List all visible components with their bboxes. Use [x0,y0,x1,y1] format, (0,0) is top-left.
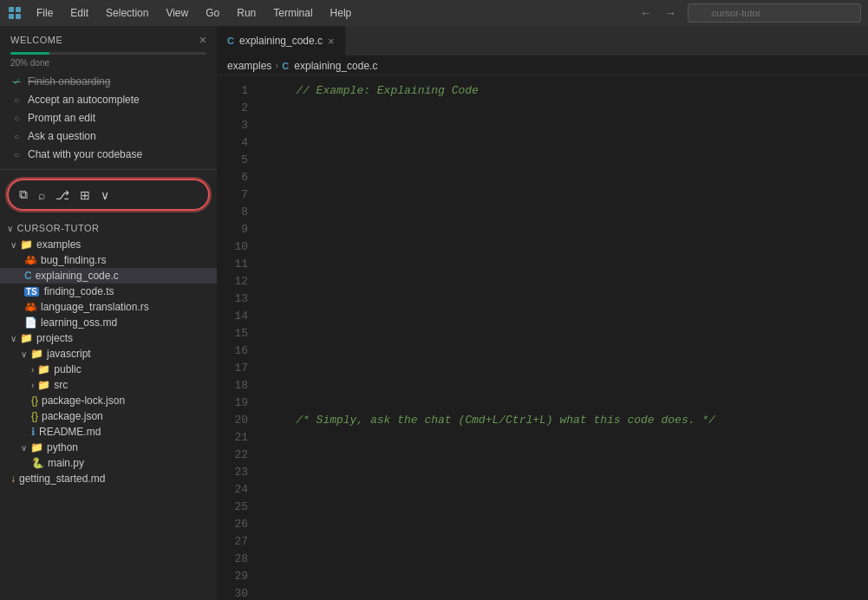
file-learning-oss-label: learning_oss.md [41,316,117,329]
nav-forward-button[interactable]: → [660,3,681,23]
progress-bar-fill [10,52,49,55]
folder-projects-icon: 📁 [20,332,33,344]
c-icon: C [24,270,32,282]
menu-help[interactable]: Help [323,5,359,21]
grid-icon[interactable]: ⊞ [80,188,90,202]
progress-bar-background [10,52,206,55]
progress-bar: 20% done [10,52,206,68]
chevron-projects-icon: ∨ [10,334,16,343]
svg-rect-2 [9,14,14,19]
welcome-item-finish[interactable]: ✓ Finish onboarding [10,74,206,89]
json-icon-2: {} [31,410,38,422]
menu-edit[interactable]: Edit [63,5,95,21]
menu-go[interactable]: Go [199,5,226,21]
welcome-item-chat-label: Chat with your codebase [28,148,142,160]
menu-run[interactable]: Run [230,5,263,21]
icon-toolbar: ⧉ ⌕ ⎇ ⊞ ∨ [7,179,210,211]
file-readme-js[interactable]: ℹ README.md [0,424,217,440]
code-editor[interactable]: 12345 678910 1112131415 1617181920 21222… [217,75,868,600]
welcome-title: WELCOME [10,35,62,45]
info-icon: ℹ [31,426,36,438]
tab-bar: C explaining_code.c × [217,26,868,56]
welcome-items: ✓ Finish onboarding ○ Accept an autocomp… [10,74,206,162]
explorer-root-label: CURSOR-TUTOR [17,223,100,233]
file-explorer: ∨ CURSOR-TUTOR ∨ 📁 examples 🦀 bug_findin… [0,219,217,600]
search-input[interactable] [688,3,861,23]
app-logo [7,5,23,21]
folder-python-label: python [47,441,78,453]
ts-icon: TS [24,287,39,297]
chevron-public-icon: › [31,365,34,375]
file-package-lock[interactable]: {} package-lock.json [0,393,217,408]
arrow-icon: ↓ [10,473,16,485]
folder-public[interactable]: › 📁 public [0,362,217,377]
menu-view[interactable]: View [159,5,195,21]
folder-javascript-label: javascript [47,348,91,360]
py-icon: 🐍 [31,457,44,469]
circle-icon-4: ○ [10,148,23,160]
breadcrumb-examples[interactable]: examples [227,60,271,72]
file-language-translation[interactable]: 🦀 language_translation.rs [0,299,217,315]
folder-python[interactable]: ∨ 📁 python [0,440,217,455]
file-finding-code[interactable]: TS finding_code.ts [0,284,217,299]
file-package-json-label: package.json [42,410,103,422]
menu-selection[interactable]: Selection [99,5,155,21]
file-bug-finding-label: bug_finding.rs [41,254,106,266]
nav-back-button[interactable]: ← [636,3,656,23]
chevron-python-icon: ∨ [21,443,27,453]
checkmark-icon: ✓ [10,75,23,88]
welcome-item-prompt-edit[interactable]: ○ Prompt an edit [10,110,206,126]
folder-projects-label: projects [36,332,73,344]
search-files-icon[interactable]: ⌕ [38,188,45,202]
rs-icon: 🦀 [24,254,37,266]
file-main-py[interactable]: 🐍 main.py [0,455,217,471]
welcome-header: WELCOME × [10,33,206,47]
welcome-item-finish-label: Finish onboarding [28,75,110,88]
folder-examples[interactable]: ∨ 📁 examples [0,237,217,252]
expand-icon[interactable]: ∨ [101,188,109,202]
rs-icon-2: 🦀 [24,301,37,313]
file-finding-code-label: finding_code.ts [44,285,114,297]
tab-filename: explaining_code.c [239,35,323,47]
folder-public-icon: 📁 [37,363,50,375]
folder-projects[interactable]: ∨ 📁 projects [0,330,217,346]
menu-file[interactable]: File [29,5,60,21]
menu-terminal[interactable]: Terminal [266,5,319,21]
file-explaining-code[interactable]: C explaining_code.c [0,268,217,284]
sidebar: WELCOME × 20% done ✓ Finish onboarding ○… [0,26,217,600]
folder-javascript[interactable]: ∨ 📁 javascript [0,346,217,362]
folder-src[interactable]: › 📁 src [0,377,217,393]
explorer-root-header[interactable]: ∨ CURSOR-TUTOR [0,219,217,237]
file-language-translation-label: language_translation.rs [41,301,149,313]
branch-icon[interactable]: ⎇ [55,188,69,202]
welcome-close-button[interactable]: × [199,33,206,47]
welcome-item-ask[interactable]: ○ Ask a question [10,128,206,144]
file-readme-js-label: README.md [39,426,101,438]
line-numbers: 12345 678910 1112131415 1617181920 21222… [217,75,255,600]
file-explaining-code-label: explaining_code.c [36,270,119,282]
main-layout: WELCOME × 20% done ✓ Finish onboarding ○… [0,26,868,600]
welcome-item-autocomplete[interactable]: ○ Accept an autocomplete [10,92,206,108]
file-getting-started[interactable]: ↓ getting_started.md [0,471,217,486]
breadcrumb-filename[interactable]: explaining_code.c [294,60,377,72]
welcome-item-chat[interactable]: ○ Chat with your codebase [10,147,206,162]
folder-examples-label: examples [36,238,81,251]
tab-close-button[interactable]: × [328,35,335,48]
chevron-src-icon: › [31,381,34,390]
tab-explaining-code[interactable]: C explaining_code.c × [217,26,346,55]
file-bug-finding[interactable]: 🦀 bug_finding.rs [0,252,217,268]
welcome-panel: WELCOME × 20% done ✓ Finish onboarding ○… [0,26,217,170]
file-learning-oss[interactable]: 📄 learning_oss.md [0,315,217,330]
code-content[interactable]: // Example: Explaining Code /* Simply, a… [255,75,868,600]
file-package-json[interactable]: {} package.json [0,408,217,424]
progress-label: 20% done [10,58,49,68]
circle-icon-2: ○ [10,112,23,124]
chevron-down-icon: ∨ [7,224,14,233]
file-main-py-label: main.py [48,457,84,469]
breadcrumb: examples › C explaining_code.c [217,56,868,75]
folder-python-icon: 📁 [30,441,43,453]
search-wrapper: 🔍 [688,3,861,23]
nav-buttons: ← → [636,3,681,23]
copy-icon[interactable]: ⧉ [19,187,28,202]
json-icon-1: {} [31,395,38,407]
